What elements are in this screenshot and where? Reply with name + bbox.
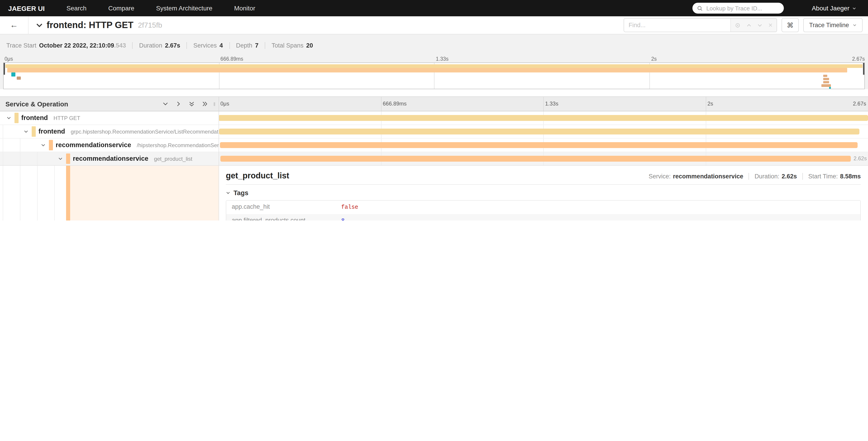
minimap-span-bar [17, 77, 21, 80]
span-row-frontend-http-get[interactable]: frontend HTTP GET [0, 111, 868, 125]
span-row-frontend-grpc[interactable]: frontend grpc.hipstershop.Recommendation… [0, 125, 868, 139]
about-jaeger-menu[interactable]: About Jaeger [812, 4, 856, 12]
jaeger-trace-page: JAEGER UI Search Compare System Architec… [0, 0, 868, 220]
collapse-trace-chevron-icon[interactable] [36, 22, 43, 29]
span-service-name: frontend [21, 111, 48, 124]
minimap-span-bar [829, 87, 831, 89]
app-logo[interactable]: JAEGER UI [8, 4, 45, 12]
summary-label: Total Spans [272, 42, 304, 49]
minimap-span-bar [11, 72, 15, 77]
minimap-axis: 0μs 666.89ms 1.33s 2s 2.67s [3, 54, 865, 62]
chevron-down-icon [852, 6, 856, 10]
span-detail-title: get_product_list [226, 171, 289, 181]
span-timeline-cell[interactable] [219, 139, 868, 152]
span-detail-region: get_product_list Service:recommendations… [0, 166, 868, 220]
minimap-span-bar [822, 84, 831, 87]
trace-overview: Trace StartOctober 22 2022, 22:10:09.543… [0, 34, 868, 89]
span-bar[interactable] [220, 156, 851, 161]
summary-label: Depth [236, 42, 252, 49]
chevron-down-icon[interactable] [41, 143, 46, 148]
span-color-swatch [14, 113, 19, 123]
trace-header: ← frontend: HTTP GET 2f715fb ⌘ Trace Tim… [0, 16, 868, 34]
span-name-cell[interactable]: frontend HTTP GET [0, 111, 219, 124]
find-box [624, 18, 777, 32]
nav-item-compare[interactable]: Compare [108, 4, 134, 12]
trace-id-short: 2f715fb [138, 21, 162, 29]
trace-id-lookup[interactable] [692, 3, 784, 13]
span-operation-name: /hipstershop.RecommendationService/Lis..… [137, 142, 219, 148]
prev-match-icon[interactable] [746, 22, 752, 28]
span-duration-label: 2.62s [854, 152, 867, 165]
chevron-down-icon[interactable] [6, 115, 11, 120]
keyboard-shortcuts-button[interactable]: ⌘ [781, 18, 799, 32]
nav-item-system-architecture[interactable]: System Architecture [156, 4, 213, 12]
minimap-span-bar [823, 78, 829, 80]
timeline-axis: 0μs 666.89ms 1.33s 2s 2.67s [219, 97, 868, 111]
span-service-name: frontend [38, 125, 65, 138]
collapse-all-icon[interactable] [189, 101, 195, 107]
timeline-header: Service & Operation ‖ 0μs 666.89ms 1.33s… [0, 96, 868, 111]
service-operation-header: Service & Operation [5, 100, 68, 108]
search-icon [697, 5, 703, 11]
summary-label: Trace Start [6, 42, 36, 49]
span-row-recommendation-list[interactable]: recommendationservice /hipstershop.Recom… [0, 139, 868, 152]
panel-resize-grip[interactable]: ‖ [213, 101, 216, 107]
span-operation-name: get_product_list [154, 156, 192, 162]
span-color-swatch [32, 126, 36, 137]
trace-summary: Trace StartOctober 22 2022, 22:10:09.543… [0, 36, 868, 54]
tags-table: app.cache_hit false app.filtered_product… [226, 200, 861, 220]
locate-icon[interactable] [735, 22, 741, 28]
span-name-cell[interactable]: recommendationservice /hipstershop.Recom… [0, 139, 219, 152]
span-timeline-cell[interactable] [219, 125, 868, 138]
expand-one-icon[interactable] [176, 101, 182, 107]
clear-find-icon[interactable] [768, 23, 773, 28]
trace-id-lookup-input[interactable] [705, 4, 779, 12]
top-nav: JAEGER UI Search Compare System Architec… [0, 0, 868, 16]
minimap-span-bar [823, 75, 827, 77]
tags-section-toggle[interactable]: Tags [226, 189, 861, 197]
nav-item-search[interactable]: Search [66, 4, 87, 12]
span-service-name: recommendationservice [73, 152, 149, 165]
chevron-down-icon[interactable] [24, 129, 29, 134]
find-input[interactable] [624, 19, 731, 32]
span-service-name: recommendationservice [56, 139, 131, 151]
minimap-span-bar [7, 68, 847, 72]
next-match-icon[interactable] [757, 22, 763, 28]
command-icon: ⌘ [787, 21, 794, 29]
chevron-down-icon [226, 190, 230, 195]
span-detail-meta: Service:recommendationservice Duration:2… [649, 173, 861, 180]
span-bar[interactable] [219, 128, 860, 135]
summary-label: Services [193, 42, 217, 49]
trace-view-select[interactable]: Trace Timeline [803, 18, 863, 32]
span-timeline-cell[interactable] [219, 111, 868, 124]
minimap-left-drag-handle[interactable] [4, 63, 5, 75]
span-color-swatch [66, 153, 70, 164]
nav-item-monitor[interactable]: Monitor [234, 4, 255, 12]
tag-row: app.filtered_products.count 8 [226, 214, 860, 220]
expanded-span-color-band [66, 166, 70, 220]
minimap-span-bar [823, 81, 829, 83]
summary-label: Duration [139, 42, 162, 49]
span-operation-name: grpc.hipstershop.RecommendationService/L… [71, 128, 219, 135]
span-operation-name: HTTP GET [54, 115, 80, 121]
minimap-canvas[interactable] [3, 62, 865, 89]
span-timeline-cell[interactable]: 2.62s [219, 152, 868, 165]
panel-divider[interactable] [219, 111, 219, 220]
span-color-swatch [49, 140, 53, 150]
chevron-down-icon [852, 23, 857, 27]
collapse-one-icon[interactable] [163, 101, 168, 107]
span-detail-panel: get_product_list Service:recommendations… [219, 166, 868, 220]
span-bar[interactable] [219, 115, 868, 121]
back-button[interactable]: ← [0, 16, 29, 34]
minimap-span-bar [5, 64, 863, 68]
span-rows: frontend HTTP GET frontend grpc.hipsters… [0, 111, 868, 220]
chevron-down-icon[interactable] [58, 156, 63, 161]
span-row-get-product-list[interactable]: recommendationservice get_product_list 2… [0, 152, 868, 166]
expanded-span-accent [0, 166, 219, 220]
span-name-cell[interactable]: frontend grpc.hipstershop.Recommendation… [0, 125, 219, 138]
minimap-right-drag-handle[interactable] [863, 63, 864, 75]
trace-title: frontend: HTTP GET [46, 20, 133, 30]
span-name-cell[interactable]: recommendationservice get_product_list [0, 152, 219, 165]
expand-all-icon[interactable] [202, 101, 208, 107]
span-bar[interactable] [220, 142, 858, 148]
